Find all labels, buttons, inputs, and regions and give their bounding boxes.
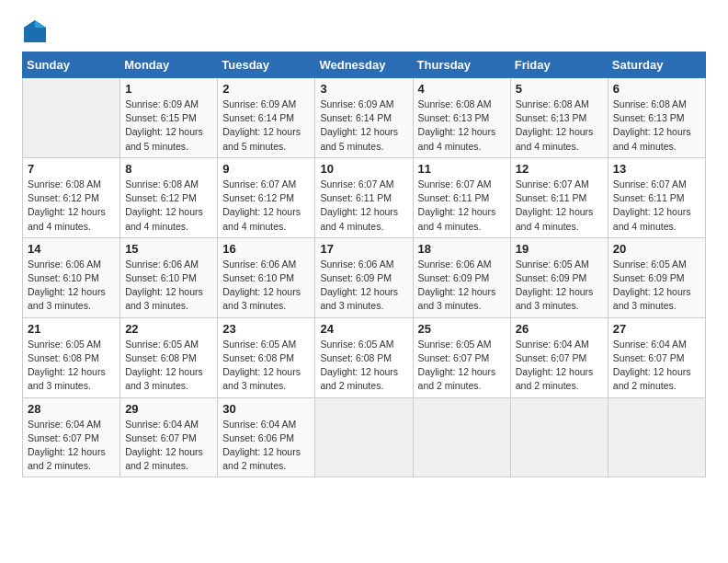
sunset-text: Sunset: 6:10 PM: [125, 271, 212, 285]
sunrise-text: Sunrise: 6:05 AM: [125, 338, 212, 351]
day-number: 3: [320, 82, 407, 96]
day-detail: Sunrise: 6:06 AMSunset: 6:09 PMDaylight:…: [320, 258, 407, 314]
sunrise-text: Sunrise: 6:04 AM: [222, 418, 310, 431]
sunrise-text: Sunrise: 6:05 AM: [516, 258, 603, 271]
sunset-text: Sunset: 6:10 PM: [222, 271, 310, 285]
sunset-text: Sunset: 6:07 PM: [28, 431, 115, 445]
calendar-cell: [315, 397, 413, 477]
sunrise-text: Sunrise: 6:04 AM: [28, 418, 115, 431]
day-number: 1: [125, 82, 212, 96]
day-detail: Sunrise: 6:08 AMSunset: 6:12 PMDaylight:…: [125, 178, 212, 234]
day-detail: Sunrise: 6:06 AMSunset: 6:09 PMDaylight:…: [418, 258, 506, 314]
sunrise-text: Sunrise: 6:07 AM: [516, 178, 603, 191]
day-detail: Sunrise: 6:06 AMSunset: 6:10 PMDaylight:…: [222, 258, 310, 314]
day-detail: Sunrise: 6:05 AMSunset: 6:08 PMDaylight:…: [222, 338, 310, 394]
day-number: 9: [222, 162, 310, 176]
sunset-text: Sunset: 6:13 PM: [516, 111, 603, 125]
day-detail: Sunrise: 6:05 AMSunset: 6:09 PMDaylight:…: [516, 258, 603, 314]
calendar-table: SundayMondayTuesdayWednesdayThursdayFrid…: [22, 52, 706, 477]
day-number: 8: [125, 162, 212, 176]
daylight-text: Daylight: 12 hours and 4 minutes.: [418, 125, 506, 153]
daylight-text: Daylight: 12 hours and 3 minutes.: [222, 285, 310, 313]
day-number: 14: [28, 242, 115, 256]
day-number: 6: [613, 82, 700, 96]
day-number: 25: [418, 322, 506, 336]
daylight-text: Daylight: 12 hours and 4 minutes.: [28, 205, 115, 233]
week-row: 28Sunrise: 6:04 AMSunset: 6:07 PMDayligh…: [23, 397, 706, 477]
daylight-text: Daylight: 12 hours and 4 minutes.: [125, 205, 212, 233]
sunset-text: Sunset: 6:07 PM: [418, 351, 506, 365]
daylight-text: Daylight: 12 hours and 4 minutes.: [320, 205, 407, 233]
day-header-thursday: Thursday: [413, 52, 510, 78]
day-detail: Sunrise: 6:05 AMSunset: 6:07 PMDaylight:…: [418, 338, 506, 394]
sunrise-text: Sunrise: 6:08 AM: [613, 98, 700, 111]
calendar-cell: 4Sunrise: 6:08 AMSunset: 6:13 PMDaylight…: [413, 78, 510, 158]
day-number: 19: [516, 242, 603, 256]
sunset-text: Sunset: 6:11 PM: [418, 191, 506, 205]
daylight-text: Daylight: 12 hours and 2 minutes.: [125, 445, 212, 473]
calendar-cell: 1Sunrise: 6:09 AMSunset: 6:15 PMDaylight…: [120, 78, 218, 158]
daylight-text: Daylight: 12 hours and 3 minutes.: [516, 285, 603, 313]
calendar-cell: 25Sunrise: 6:05 AMSunset: 6:07 PMDayligh…: [413, 317, 510, 397]
sunset-text: Sunset: 6:13 PM: [418, 111, 506, 125]
day-detail: Sunrise: 6:05 AMSunset: 6:08 PMDaylight:…: [320, 338, 407, 394]
sunrise-text: Sunrise: 6:09 AM: [125, 98, 212, 111]
daylight-text: Daylight: 12 hours and 2 minutes.: [28, 445, 115, 473]
day-number: 12: [516, 162, 603, 176]
sunset-text: Sunset: 6:14 PM: [320, 111, 407, 125]
calendar-cell: 29Sunrise: 6:04 AMSunset: 6:07 PMDayligh…: [120, 397, 218, 477]
calendar-cell: 26Sunrise: 6:04 AMSunset: 6:07 PMDayligh…: [510, 317, 608, 397]
daylight-text: Daylight: 12 hours and 3 minutes.: [125, 365, 212, 393]
calendar-cell: 28Sunrise: 6:04 AMSunset: 6:07 PMDayligh…: [23, 397, 120, 477]
daylight-text: Daylight: 12 hours and 5 minutes.: [320, 125, 407, 153]
daylight-text: Daylight: 12 hours and 2 minutes.: [418, 365, 506, 393]
calendar-cell: 19Sunrise: 6:05 AMSunset: 6:09 PMDayligh…: [510, 237, 608, 317]
daylight-text: Daylight: 12 hours and 3 minutes.: [222, 365, 310, 393]
day-detail: Sunrise: 6:08 AMSunset: 6:12 PMDaylight:…: [28, 178, 115, 234]
svg-marker-1: [35, 20, 46, 28]
daylight-text: Daylight: 12 hours and 4 minutes.: [222, 205, 310, 233]
header-row: SundayMondayTuesdayWednesdayThursdayFrid…: [23, 52, 706, 78]
daylight-text: Daylight: 12 hours and 2 minutes.: [320, 365, 407, 393]
day-number: 26: [516, 322, 603, 336]
day-header-friday: Friday: [510, 52, 608, 78]
day-number: 21: [28, 322, 115, 336]
sunset-text: Sunset: 6:08 PM: [28, 351, 115, 365]
day-detail: Sunrise: 6:07 AMSunset: 6:11 PMDaylight:…: [320, 178, 407, 234]
day-number: 10: [320, 162, 407, 176]
sunset-text: Sunset: 6:12 PM: [28, 191, 115, 205]
day-detail: Sunrise: 6:09 AMSunset: 6:14 PMDaylight:…: [222, 98, 310, 154]
sunrise-text: Sunrise: 6:06 AM: [418, 258, 506, 271]
calendar-cell: 30Sunrise: 6:04 AMSunset: 6:06 PMDayligh…: [218, 397, 315, 477]
day-number: 22: [125, 322, 212, 336]
sunset-text: Sunset: 6:07 PM: [125, 431, 212, 445]
day-detail: Sunrise: 6:04 AMSunset: 6:06 PMDaylight:…: [222, 418, 310, 474]
sunset-text: Sunset: 6:08 PM: [222, 351, 310, 365]
week-row: 7Sunrise: 6:08 AMSunset: 6:12 PMDaylight…: [23, 157, 706, 237]
sunrise-text: Sunrise: 6:04 AM: [125, 418, 212, 431]
day-number: 18: [418, 242, 506, 256]
day-number: 30: [222, 402, 310, 416]
sunrise-text: Sunrise: 6:06 AM: [28, 258, 115, 271]
daylight-text: Daylight: 12 hours and 3 minutes.: [613, 285, 700, 313]
calendar-cell: 11Sunrise: 6:07 AMSunset: 6:11 PMDayligh…: [413, 157, 510, 237]
sunset-text: Sunset: 6:14 PM: [222, 111, 310, 125]
day-number: 13: [613, 162, 700, 176]
sunrise-text: Sunrise: 6:08 AM: [125, 178, 212, 191]
sunset-text: Sunset: 6:08 PM: [320, 351, 407, 365]
calendar-cell: 6Sunrise: 6:08 AMSunset: 6:13 PMDaylight…: [608, 78, 705, 158]
sunset-text: Sunset: 6:10 PM: [28, 271, 115, 285]
day-detail: Sunrise: 6:04 AMSunset: 6:07 PMDaylight:…: [516, 338, 603, 394]
calendar-cell: 18Sunrise: 6:06 AMSunset: 6:09 PMDayligh…: [413, 237, 510, 317]
day-header-sunday: Sunday: [23, 52, 120, 78]
sunrise-text: Sunrise: 6:04 AM: [613, 338, 700, 351]
sunrise-text: Sunrise: 6:05 AM: [418, 338, 506, 351]
day-detail: Sunrise: 6:07 AMSunset: 6:11 PMDaylight:…: [613, 178, 700, 234]
sunset-text: Sunset: 6:11 PM: [613, 191, 700, 205]
day-number: 4: [418, 82, 506, 96]
daylight-text: Daylight: 12 hours and 3 minutes.: [28, 285, 115, 313]
day-detail: Sunrise: 6:07 AMSunset: 6:12 PMDaylight:…: [222, 178, 310, 234]
daylight-text: Daylight: 12 hours and 3 minutes.: [418, 285, 506, 313]
sunrise-text: Sunrise: 6:04 AM: [516, 338, 603, 351]
calendar-cell: [413, 397, 510, 477]
